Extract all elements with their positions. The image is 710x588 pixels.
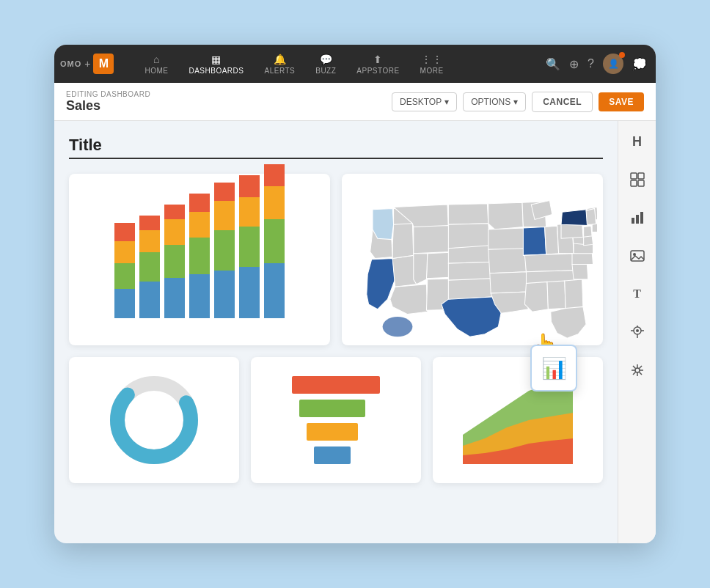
sidebar-settings-icon[interactable] <box>626 359 649 382</box>
bar-segment <box>164 278 185 318</box>
sidebar-filter-icon[interactable] <box>626 320 649 344</box>
bar-segment <box>139 252 160 282</box>
step-chart <box>285 369 387 471</box>
state-ky <box>524 254 574 272</box>
state-wy <box>414 226 450 254</box>
right-sidebar: H <box>618 121 656 543</box>
step-bar <box>307 423 358 441</box>
nav-home[interactable]: ⌂ HOME <box>134 49 178 79</box>
options-label: OPTIONS <box>471 97 510 107</box>
logo-m[interactable]: M <box>93 54 114 74</box>
svg-line-27 <box>639 366 642 369</box>
sidebar-bar-chart-icon[interactable] <box>626 206 649 229</box>
chart-icon-card[interactable]: 📊 <box>530 345 577 392</box>
nav-more-label: MORE <box>420 67 444 75</box>
state-ar <box>490 272 527 293</box>
desktop-chevron: ▾ <box>444 97 449 107</box>
bar-segment <box>189 194 210 212</box>
notification-badge <box>619 52 625 58</box>
logo-area: OMO + M <box>54 54 120 74</box>
state-in <box>545 226 559 254</box>
appstore-icon: ⬆ <box>373 54 383 65</box>
step-bar <box>299 400 365 417</box>
sub-header: EDITING DASHBOARD Sales DESKTOP ▾ OPTION… <box>54 83 656 121</box>
state-ia <box>488 228 525 249</box>
state-de <box>584 236 593 246</box>
bar-segment <box>189 238 210 274</box>
buzz-icon: 💬 <box>320 54 333 65</box>
svg-point-20 <box>635 368 640 372</box>
alerts-icon: 🔔 <box>274 54 287 65</box>
bar-segment <box>114 241 135 263</box>
bar-segment <box>139 216 160 230</box>
help-icon[interactable]: ? <box>588 57 594 70</box>
state-mo <box>488 249 527 273</box>
svg-rect-5 <box>631 173 637 179</box>
app-window: OMO + M ⌂ HOME ▦ DASHBOARDS 🔔 ALERTS 💬 B… <box>54 45 656 543</box>
bar-segment <box>114 289 135 318</box>
logo-plus: + <box>84 58 90 70</box>
map-card <box>342 174 603 345</box>
state-ak <box>383 317 413 337</box>
state-al <box>547 281 566 309</box>
state-ut <box>414 254 428 284</box>
bar-segment <box>239 197 260 227</box>
avatar[interactable]: 👤 <box>603 54 623 74</box>
bar-chart-card <box>69 174 330 345</box>
nav-alerts[interactable]: 🔔 ALERTS <box>254 49 305 79</box>
chat-icon[interactable]: 💭 <box>632 57 647 71</box>
bar-segment <box>214 271 235 318</box>
state-il <box>523 227 546 256</box>
svg-rect-7 <box>631 180 637 186</box>
svg-line-25 <box>633 366 636 369</box>
chart-bar-icon: 📊 <box>541 356 567 381</box>
nav-appstore[interactable]: ⬆ APPSTORE <box>346 49 409 79</box>
add-icon[interactable]: ⊕ <box>569 57 579 71</box>
state-tx <box>442 297 502 337</box>
bar-segment <box>264 263 285 318</box>
canvas: 👆 📊 <box>54 121 618 543</box>
state-ks <box>448 262 493 280</box>
bar-group <box>189 194 210 318</box>
more-icon: ⋮⋮ <box>421 54 442 65</box>
nav-more[interactable]: ⋮⋮ MORE <box>410 49 454 79</box>
bar-segment <box>264 186 285 219</box>
search-icon[interactable]: 🔍 <box>546 57 560 71</box>
sidebar-text-icon[interactable]: T <box>626 282 649 306</box>
nav-dashboards[interactable]: ▦ DASHBOARDS <box>178 49 254 79</box>
bar-segment <box>239 227 260 267</box>
sidebar-grid-icon[interactable] <box>626 168 649 191</box>
bar-segment <box>139 282 160 318</box>
bar-group <box>139 216 160 318</box>
state-ga <box>565 279 583 309</box>
nav-buzz[interactable]: 💬 BUZZ <box>305 49 346 79</box>
save-button[interactable]: SAVE <box>599 92 644 111</box>
bar-segment <box>189 274 210 318</box>
bar-group <box>114 223 135 318</box>
cancel-button[interactable]: CANCEL <box>532 92 593 112</box>
title-input[interactable] <box>69 136 509 155</box>
logo-domo-text: OMO <box>60 59 81 68</box>
sidebar-heading-icon[interactable]: H <box>626 130 649 153</box>
top-nav: OMO + M ⌂ HOME ▦ DASHBOARDS 🔔 ALERTS 💬 B… <box>54 45 656 83</box>
bar-segment <box>164 219 185 245</box>
step-bar <box>292 376 380 394</box>
sub-header-right: DESKTOP ▾ OPTIONS ▾ CANCEL SAVE <box>392 92 644 112</box>
svg-rect-12 <box>631 251 644 261</box>
bar-group <box>264 164 285 318</box>
nav-appstore-label: APPSTORE <box>356 67 399 75</box>
step-bar <box>314 446 351 464</box>
sidebar-image-icon[interactable] <box>626 244 649 268</box>
desktop-label: DESKTOP <box>400 97 442 107</box>
state-sd <box>448 224 489 249</box>
desktop-dropdown[interactable]: DESKTOP ▾ <box>392 92 457 111</box>
bar-group <box>214 183 235 318</box>
state-wa-blue <box>373 208 394 239</box>
svg-rect-10 <box>636 215 639 224</box>
bar-segment <box>189 212 210 238</box>
options-dropdown[interactable]: OPTIONS ▾ <box>463 92 526 111</box>
state-sc <box>572 263 588 279</box>
bar-group <box>164 205 185 318</box>
state-id <box>392 224 414 259</box>
us-map <box>348 180 597 339</box>
